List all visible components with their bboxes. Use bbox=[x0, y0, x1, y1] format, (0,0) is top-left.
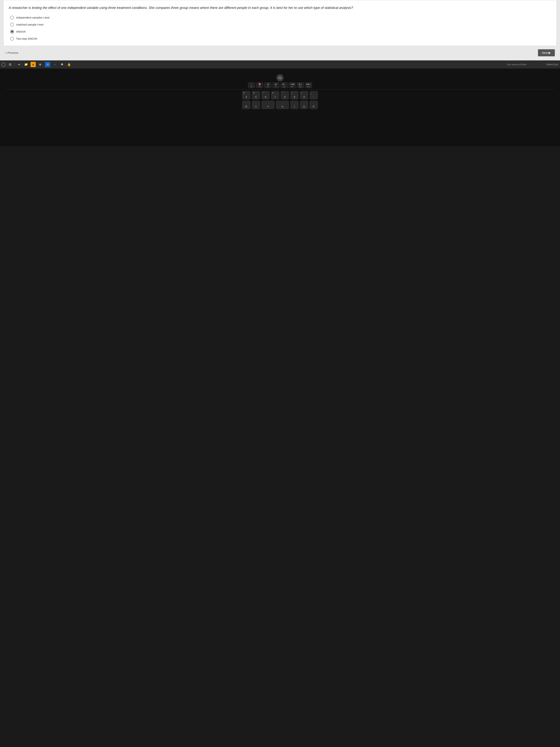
quiz-content: A researcher is testing the effect of on… bbox=[3, 0, 557, 46]
amazon-icon[interactable]: a bbox=[31, 62, 36, 67]
f11-key[interactable]: ▶▶| f11 bbox=[305, 82, 312, 88]
key-5[interactable]: % 5 bbox=[252, 91, 260, 99]
key-6[interactable]: ^ 6 bbox=[262, 91, 270, 99]
f7-icon: ◀+ bbox=[274, 83, 277, 85]
key-8-bottom: 8 bbox=[284, 96, 285, 98]
security-icon[interactable]: 🔒 bbox=[66, 62, 72, 67]
key-y[interactable]: Y bbox=[262, 101, 274, 109]
key-y-label: Y bbox=[267, 105, 269, 108]
key-minus-bottom: - bbox=[313, 96, 314, 98]
key-4-bottom: 4 bbox=[245, 96, 247, 98]
f8-key[interactable]: ▶+ f8 bbox=[281, 82, 288, 88]
key-0-top: ) bbox=[301, 92, 302, 94]
next-button[interactable]: Next ▶ bbox=[538, 49, 555, 56]
key-u-label: U bbox=[282, 105, 283, 108]
key-6-top: ^ bbox=[263, 92, 264, 94]
option-3-label: ANOVA bbox=[16, 30, 26, 33]
f8-icon: ▶+ bbox=[283, 83, 286, 85]
key-5-bottom: 5 bbox=[255, 96, 257, 98]
key-4[interactable]: $ 4 bbox=[242, 91, 250, 99]
fn-row: □ f4 🔇 f5 ◀ f6 ◀+ f7 ▶+ f8 |◀◀ f9 bbox=[5, 82, 555, 88]
key-t-label: T bbox=[255, 105, 257, 108]
f6-icon: ◀ bbox=[267, 83, 269, 85]
task-view-icon[interactable]: ⊟ bbox=[7, 62, 12, 67]
f5-label: f5 bbox=[259, 85, 260, 87]
option-2-label: matched sample t-test bbox=[16, 23, 44, 26]
key-8[interactable]: * 8 bbox=[281, 91, 289, 99]
radio-option-2[interactable] bbox=[10, 23, 14, 26]
f10-key[interactable]: ▶|| f10 bbox=[297, 82, 304, 88]
radio-option-3-selected[interactable] bbox=[10, 30, 14, 33]
key-4-top: $ bbox=[243, 92, 244, 94]
letter-row: R T Y U I O P bbox=[5, 101, 555, 109]
key-minus[interactable]: _ - bbox=[310, 91, 318, 99]
dropbox-icon[interactable]: ❖ bbox=[59, 62, 64, 67]
key-5-top: % bbox=[253, 92, 255, 94]
radio-inner-dot bbox=[11, 31, 13, 33]
key-o-label: O bbox=[303, 105, 305, 108]
f5-key[interactable]: 🔇 f5 bbox=[256, 82, 263, 88]
radio-option-4[interactable] bbox=[10, 37, 14, 41]
f6-label: f6 bbox=[267, 85, 268, 87]
key-p[interactable]: P bbox=[310, 101, 318, 109]
f11-icon: ▶▶| bbox=[306, 83, 310, 85]
key-9[interactable]: ( 9 bbox=[290, 91, 298, 99]
f5-icon: 🔇 bbox=[258, 83, 261, 85]
f7-label: f7 bbox=[275, 85, 277, 87]
number-row: $ 4 % 5 ^ 6 & 7 * 8 ( 9 bbox=[5, 91, 555, 99]
f9-key[interactable]: |◀◀ f9 bbox=[289, 82, 296, 88]
option-4-label: Two-way ANOVA bbox=[16, 37, 37, 40]
f9-label: f9 bbox=[292, 85, 293, 87]
key-i-label: I bbox=[294, 105, 295, 108]
option-4[interactable]: Two-way ANOVA bbox=[10, 37, 550, 41]
f10-label: f10 bbox=[299, 85, 302, 87]
key-7[interactable]: & 7 bbox=[271, 91, 279, 99]
key-minus-top: _ bbox=[311, 92, 312, 94]
f4-icon: □ bbox=[251, 83, 252, 85]
hp-logo-area: hp bbox=[0, 72, 560, 82]
badge-app-icon: 14 bbox=[45, 62, 50, 67]
keyboard-rows: □ f4 🔇 f5 ◀ f6 ◀+ f7 ▶+ f8 |◀◀ f9 bbox=[0, 82, 560, 109]
submit-quiz-button[interactable]: Submit Quiz bbox=[546, 63, 558, 66]
f8-label: f8 bbox=[283, 85, 285, 87]
badge-app[interactable]: 14 bbox=[45, 61, 51, 68]
key-i[interactable]: I bbox=[290, 101, 298, 109]
quiz-area: A researcher is testing the effect of on… bbox=[0, 0, 560, 60]
nav-row: « Previous Next ▶ bbox=[0, 46, 560, 60]
keyboard-divider bbox=[5, 89, 555, 90]
f6-key[interactable]: ◀ f6 bbox=[264, 82, 271, 88]
key-8-top: * bbox=[282, 92, 283, 94]
hp-logo: hp bbox=[276, 74, 284, 81]
start-circle[interactable] bbox=[1, 62, 5, 67]
previous-button[interactable]: « Previous bbox=[5, 51, 18, 54]
key-9-top: ( bbox=[292, 92, 292, 94]
windows-store-icon[interactable]: ⊞ bbox=[37, 62, 43, 67]
key-r[interactable]: R bbox=[242, 101, 250, 109]
key-o[interactable]: O bbox=[300, 101, 308, 109]
badge-number: 14 bbox=[47, 63, 49, 66]
files-icon[interactable]: 📁 bbox=[24, 62, 29, 67]
key-t[interactable]: T bbox=[252, 101, 260, 109]
option-3[interactable]: ANOVA bbox=[10, 30, 550, 33]
f7-key[interactable]: ◀+ f7 bbox=[272, 82, 279, 88]
key-7-top: & bbox=[272, 92, 273, 94]
key-6-bottom: 6 bbox=[265, 96, 266, 98]
question-text: A researcher is testing the effect of on… bbox=[9, 5, 551, 10]
key-0-bottom: 0 bbox=[303, 96, 304, 98]
answer-options: independent samples t-test matched sampl… bbox=[9, 16, 551, 41]
key-0[interactable]: ) 0 bbox=[300, 91, 308, 99]
key-u[interactable]: U bbox=[276, 101, 289, 109]
option-2[interactable]: matched sample t-test bbox=[10, 23, 550, 26]
edge-browser-icon[interactable]: e bbox=[52, 62, 58, 67]
infinity-icon[interactable]: ∞ bbox=[17, 62, 22, 67]
f4-key[interactable]: □ f4 bbox=[248, 82, 255, 88]
option-1[interactable]: independent samples t-test bbox=[10, 16, 550, 20]
key-p-label: P bbox=[313, 105, 315, 108]
radio-option-1[interactable] bbox=[10, 16, 14, 20]
key-r-label: R bbox=[245, 105, 247, 108]
f9-icon: |◀◀ bbox=[290, 83, 294, 85]
keyboard-area: hp □ f4 🔇 f5 ◀ f6 ◀+ f7 ▶+ f8 bbox=[0, 69, 560, 146]
key-7-bottom: 7 bbox=[274, 96, 276, 98]
f4-label: f4 bbox=[251, 85, 252, 87]
f11-label: f11 bbox=[307, 85, 310, 87]
